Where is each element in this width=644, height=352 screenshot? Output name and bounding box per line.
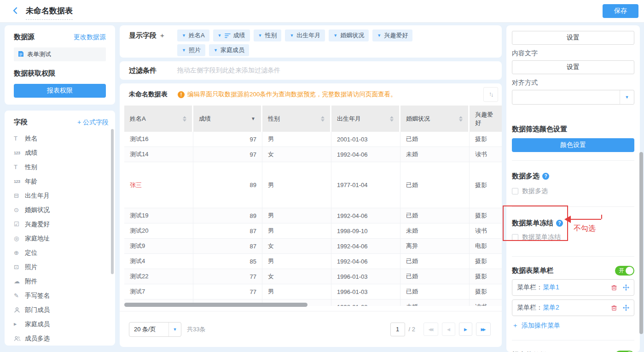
- field-item-家庭成员[interactable]: ▶家庭成员: [14, 317, 109, 331]
- access-title: 数据获取权限: [14, 69, 106, 78]
- table-cell: 读书: [470, 299, 502, 306]
- column-header-兴趣爱好[interactable]: 兴趣爱好: [470, 106, 502, 132]
- display-field-tag-出生年月[interactable]: ▼出生年月: [285, 29, 325, 41]
- pen-icon: ✎: [14, 292, 25, 299]
- prev-page-button[interactable]: ◀: [442, 323, 455, 336]
- page-title[interactable]: 未命名数据表: [26, 6, 73, 20]
- report-permission-button[interactable]: 报表权限: [14, 84, 106, 98]
- annotation-arrow: [571, 219, 601, 220]
- help-icon[interactable]: ?: [556, 220, 563, 227]
- field-item-成绩[interactable]: 123成绩: [14, 146, 109, 160]
- table-cell: 电影: [470, 239, 502, 254]
- trash-icon[interactable]: [611, 284, 617, 291]
- table-header: 姓名A成绩▼性别出生年月婚姻状况兴趣爱好: [124, 106, 502, 132]
- chevron-down-icon: ▼: [377, 33, 381, 38]
- text-icon: T: [14, 164, 25, 170]
- move-icon[interactable]: [623, 305, 629, 311]
- table-menu-toggle[interactable]: 开: [615, 266, 634, 276]
- display-field-tag-兴趣爱好[interactable]: ▼兴趣爱好: [372, 29, 412, 41]
- column-header-婚姻状况[interactable]: 婚姻状况: [400, 106, 470, 132]
- menu-item-菜单2[interactable]: 菜单栏：菜单2: [512, 299, 634, 316]
- field-label: 手写签名: [25, 292, 50, 300]
- filter-dropzone[interactable]: 拖动左侧字段到此处来添加过滤条件: [177, 66, 280, 75]
- table-row[interactable]: 测试2277女1996-01-03已婚摄影: [124, 269, 502, 284]
- display-field-tag-家庭成员[interactable]: ▼家庭成员: [209, 44, 249, 56]
- save-button[interactable]: 保存: [603, 4, 638, 18]
- column-header-姓名A[interactable]: 姓名A: [124, 106, 193, 132]
- trash-icon[interactable]: [611, 305, 617, 311]
- table-row[interactable]: 测试1697男2001-01-03已婚摄影: [124, 132, 502, 147]
- table-cell: 测试4: [124, 254, 193, 269]
- settings-button-top[interactable]: 设置: [512, 31, 634, 45]
- field-item-部门成员[interactable]: 部门成员: [14, 303, 109, 317]
- move-icon[interactable]: [623, 284, 629, 291]
- table-cell: 未婚: [400, 299, 470, 306]
- display-field-tag-姓名A[interactable]: ▼姓名A: [177, 29, 209, 41]
- display-field-tag-照片[interactable]: ▼照片: [177, 44, 205, 56]
- field-item-姓名[interactable]: T姓名: [14, 131, 109, 146]
- field-item-定位[interactable]: ⊕定位: [14, 246, 109, 260]
- table-cell: 77: [193, 284, 262, 299]
- add-display-field-button[interactable]: +: [160, 29, 164, 53]
- settings-button-content[interactable]: 设置: [512, 60, 634, 74]
- field-item-成员多选[interactable]: 成员多选: [14, 331, 109, 346]
- first-page-button[interactable]: ◀◀: [424, 323, 438, 336]
- field-item-附件[interactable]: ☁附件: [14, 274, 109, 288]
- field-item-手写签名[interactable]: ✎手写签名: [14, 288, 109, 303]
- table-row[interactable]: 测试1497女1992-04-06未婚读书: [124, 147, 502, 162]
- column-header-出生年月[interactable]: 出生年月: [331, 106, 400, 132]
- field-item-出生年月[interactable]: ⊟出生年月: [14, 188, 109, 203]
- pagination-bar: 20 条/页 ▼ 共33条 1 / 2 ◀◀ ◀ ▶ ▶▶: [120, 311, 502, 347]
- tag-label: 性别: [265, 31, 277, 40]
- color-settings-button[interactable]: 颜色设置: [512, 138, 634, 152]
- change-datasource-link[interactable]: 更改数据源: [74, 33, 106, 41]
- table-cell: 未婚: [400, 223, 470, 239]
- column-header-成绩[interactable]: 成绩▼: [193, 106, 262, 132]
- add-menu-link[interactable]: ＋ 添加操作菜单: [512, 322, 634, 330]
- last-page-button[interactable]: ▶▶: [476, 323, 491, 336]
- menu-name-link[interactable]: 菜单2: [543, 304, 559, 312]
- field-item-年龄[interactable]: 123年龄: [14, 174, 109, 188]
- display-field-tag-婚姻状况[interactable]: ▼婚姻状况: [329, 29, 369, 41]
- field-item-性别[interactable]: T性别: [14, 160, 109, 174]
- field-item-家庭地址[interactable]: ◎家庭地址: [14, 231, 109, 246]
- align-select[interactable]: ▼: [512, 90, 634, 105]
- table-row[interactable]: 张三89男1977-01-04已婚摄影: [124, 162, 502, 208]
- field-item-照片[interactable]: ⊡照片: [14, 260, 109, 274]
- horizontal-scrollbar[interactable]: [124, 303, 307, 307]
- sort-order-icon[interactable]: ↑↓: [483, 87, 498, 102]
- tag-label: 家庭成员: [220, 46, 244, 54]
- back-icon[interactable]: [11, 6, 19, 17]
- field-item-兴趣爱好[interactable]: ☑兴趣爱好: [14, 217, 109, 231]
- multi-select-checkbox-label: 数据多选: [522, 187, 548, 195]
- chevron-down-icon: ▼: [620, 90, 634, 104]
- table-row[interactable]: 测试987女1992-04-06离异电影: [124, 239, 502, 254]
- add-formula-field-link[interactable]: + 公式字段: [77, 118, 109, 127]
- vertical-scrollbar[interactable]: [639, 152, 643, 334]
- display-field-tag-成绩[interactable]: ▼成绩: [213, 29, 250, 41]
- datasource-item[interactable]: 表单测试: [14, 47, 106, 61]
- multi-select-checkbox[interactable]: [512, 188, 518, 194]
- page-size-select[interactable]: 20 条/页 ▼: [129, 322, 181, 337]
- document-icon: [18, 51, 24, 59]
- display-field-tag-性别[interactable]: ▼性别: [254, 29, 282, 41]
- table-row[interactable]: 测试2087男1998-09-10未婚读书: [124, 223, 502, 239]
- total-pages-label: / 2: [409, 326, 415, 333]
- column-header-性别[interactable]: 性别: [262, 106, 331, 132]
- preview-notice: ! 编辑界面只取数据源前200条作为查询数据预览，完整数据请访问页面查看。: [178, 90, 397, 99]
- page-number-input[interactable]: 1: [390, 323, 405, 336]
- table-row[interactable]: 测试485男1992-04-06已婚摄影: [124, 254, 502, 269]
- next-page-button[interactable]: ▶: [459, 323, 472, 336]
- field-item-婚姻状况[interactable]: ⊙婚姻状况: [14, 203, 109, 217]
- freeze-checkbox[interactable]: [512, 234, 518, 241]
- table-cell: 女: [262, 269, 331, 284]
- field-list-scrollbar[interactable]: [111, 129, 114, 274]
- menu-item-菜单1[interactable]: 菜单栏：菜单1: [512, 279, 634, 296]
- field-label: 出生年月: [25, 192, 50, 200]
- chevron-down-icon: ▼: [182, 48, 186, 53]
- menu-name-link[interactable]: 菜单1: [543, 283, 559, 292]
- top-bar: 未命名数据表 保存: [0, 0, 644, 23]
- table-row[interactable]: 测试1989男1992-04-06已婚摄影: [124, 208, 502, 223]
- table-row[interactable]: 测试777男1996-01-03已婚摄影: [124, 284, 502, 299]
- help-icon[interactable]: ?: [542, 173, 549, 180]
